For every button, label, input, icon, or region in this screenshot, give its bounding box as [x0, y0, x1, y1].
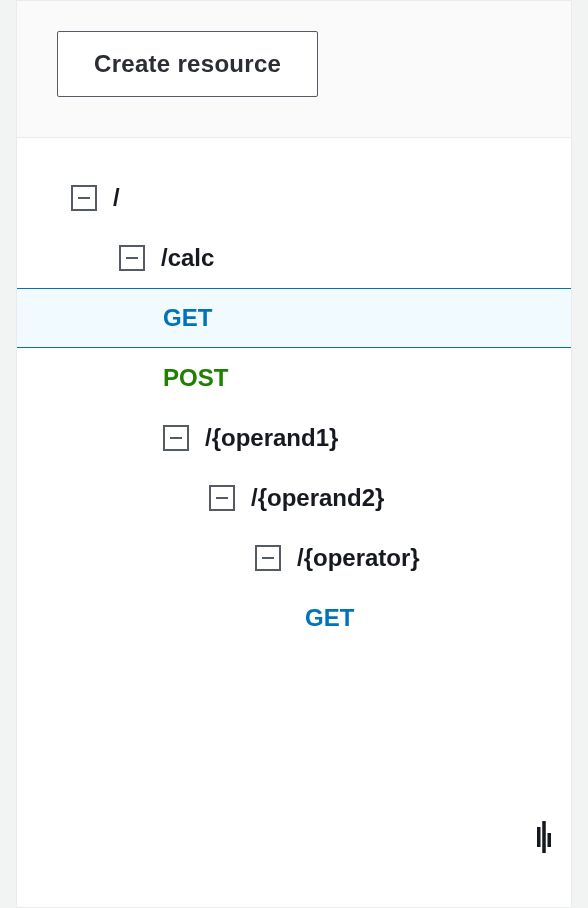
collapse-icon[interactable] — [71, 185, 97, 211]
svg-rect-0 — [537, 827, 541, 847]
tree-row-operator-get[interactable]: GET — [17, 588, 571, 648]
collapse-icon[interactable] — [119, 245, 145, 271]
resource-path-label: /calc — [161, 244, 214, 272]
resource-path-label: /{operand2} — [251, 484, 384, 512]
resources-panel: Create resource / /calc GET POST /{opera… — [16, 0, 572, 908]
tree-row-calc-post[interactable]: POST — [17, 348, 571, 408]
resource-path-label: /{operator} — [297, 544, 420, 572]
tree-row-calc-get[interactable]: GET — [17, 288, 571, 348]
feedback-handle[interactable] — [537, 821, 551, 857]
collapse-icon[interactable] — [255, 545, 281, 571]
collapse-icon[interactable] — [209, 485, 235, 511]
resource-path-label: /{operand1} — [205, 424, 338, 452]
svg-rect-1 — [542, 821, 546, 853]
collapse-icon[interactable] — [163, 425, 189, 451]
tree-row-operand1[interactable]: /{operand1} — [17, 408, 571, 468]
tree-row-calc[interactable]: /calc — [17, 228, 571, 288]
method-label-get: GET — [163, 304, 212, 332]
panel-header: Create resource — [17, 1, 571, 138]
resource-tree: / /calc GET POST /{operand1} /{operand2}… — [17, 138, 571, 678]
tree-row-root[interactable]: / — [17, 168, 571, 228]
create-resource-button[interactable]: Create resource — [57, 31, 318, 97]
svg-rect-2 — [548, 833, 552, 847]
create-resource-label: Create resource — [94, 50, 281, 77]
resource-path-label: / — [113, 184, 120, 212]
method-label-post: POST — [163, 364, 228, 392]
tree-row-operand2[interactable]: /{operand2} — [17, 468, 571, 528]
method-label-get: GET — [305, 604, 354, 632]
tree-row-operator[interactable]: /{operator} — [17, 528, 571, 588]
